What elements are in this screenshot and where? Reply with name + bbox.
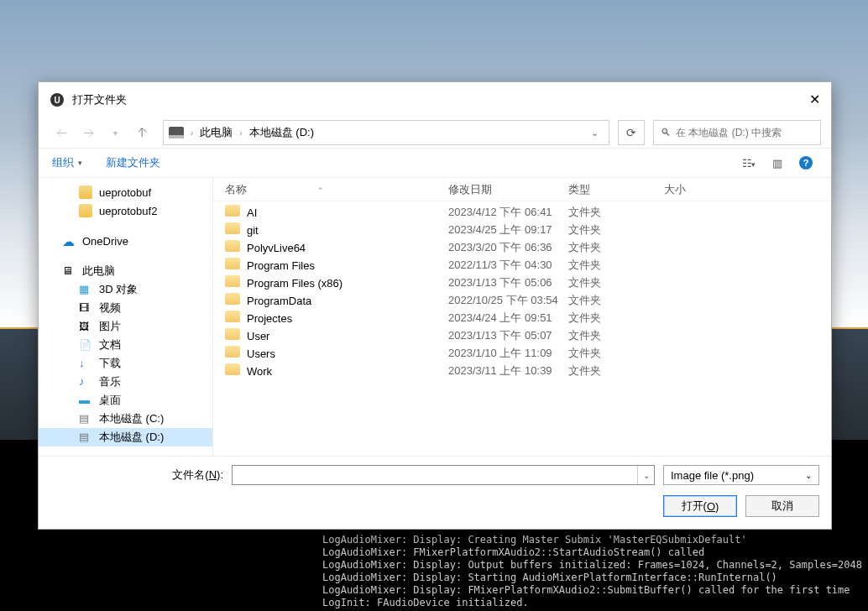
folder-icon	[225, 258, 240, 269]
folder-icon	[225, 293, 240, 305]
tree-label: 本地磁盘 (C:)	[99, 411, 164, 426]
app-icon	[50, 93, 64, 107]
col-date[interactable]: 修改日期	[448, 182, 568, 197]
tree-pictures[interactable]: 图片	[39, 317, 212, 336]
tree-label: 此电脑	[82, 264, 115, 279]
tree-drive-d[interactable]: 本地磁盘 (D:)	[39, 428, 212, 446]
tree-label: 图片	[99, 319, 121, 334]
col-name-label: 名称	[225, 183, 247, 196]
tree-desktop[interactable]: 桌面	[39, 391, 212, 410]
file-row[interactable]: Program Files (x86)2023/1/13 下午 05:06文件夹	[213, 274, 831, 291]
forward-button: 🡢	[76, 120, 101, 145]
refresh-button[interactable]: ⟳	[618, 120, 645, 145]
file-row[interactable]: Projectes2023/4/24 上午 09:51文件夹	[213, 309, 831, 326]
tree-onedrive[interactable]: OneDrive	[39, 232, 212, 250]
tree-label: ueprotobuf	[99, 186, 151, 199]
video-icon	[79, 301, 92, 315]
tree-music[interactable]: 音乐	[39, 373, 212, 391]
tree-this-pc[interactable]: 此电脑	[39, 262, 212, 280]
tree-downloads[interactable]: 下载	[39, 354, 212, 373]
file-list-panel: 名称 ⌃ 修改日期 类型 大小 AI2023/4/12 下午 06:41文件夹g…	[213, 178, 831, 456]
file-rows[interactable]: AI2023/4/12 下午 06:41文件夹git2023/4/25 上午 0…	[213, 201, 831, 456]
search-box[interactable]: 🔍︎ 在 本地磁盘 (D:) 中搜索	[653, 120, 821, 145]
filename-label: 文件名(N):	[50, 467, 223, 483]
address-dropdown-icon[interactable]: ⌄	[586, 128, 604, 138]
tree-label: ueprotobuf2	[99, 205, 157, 217]
folder-icon	[79, 204, 92, 217]
recent-dropdown[interactable]: ▾	[102, 120, 128, 145]
filename-dropdown-icon[interactable]: ⌄	[637, 466, 654, 484]
folder-icon	[225, 328, 240, 340]
breadcrumb-drive[interactable]: 本地磁盘 (D:)	[249, 125, 314, 140]
col-size[interactable]: 大小	[664, 182, 831, 197]
tree-recent-folder[interactable]: ueprotobuf	[39, 183, 212, 201]
dialog-title: 打开文件夹	[72, 92, 127, 107]
titlebar: 打开文件夹 ✕	[39, 82, 831, 118]
open-folder-dialog: 打开文件夹 ✕ 🡠 🡢 ▾ 🡡 › 此电脑 › 本地磁盘 (D:) ⌄ ⟳ 🔍︎…	[38, 81, 832, 530]
file-row[interactable]: User2023/1/13 下午 05:07文件夹	[213, 326, 831, 344]
console-output: LogAudioMixer: Display: Creating Master …	[322, 534, 868, 609]
tree-label: 桌面	[99, 393, 121, 408]
new-folder-button[interactable]: 新建文件夹	[106, 155, 160, 170]
breadcrumb-sep-icon: ›	[239, 128, 242, 138]
dialog-body: ueprotobuf ueprotobuf2 OneDrive 此电脑 3D 对…	[39, 178, 831, 456]
col-name[interactable]: 名称 ⌃	[225, 182, 448, 197]
file-row[interactable]: git2023/4/25 上午 09:17文件夹	[213, 221, 831, 238]
picture-icon	[79, 320, 92, 333]
file-row[interactable]: Work2023/3/11 上午 10:39文件夹	[213, 362, 831, 379]
file-row[interactable]: ProgramData2022/10/25 下午 03:54文件夹	[213, 291, 831, 309]
help-button[interactable]: ?	[794, 151, 818, 175]
file-row[interactable]: Users2023/1/10 上午 11:09文件夹	[213, 344, 831, 362]
search-icon: 🔍︎	[661, 127, 671, 138]
filename-combo[interactable]: ⌄	[232, 465, 655, 485]
tree-label: 3D 对象	[99, 282, 138, 297]
file-filter-dropdown[interactable]: Image file (*.png) ⌄	[663, 465, 819, 485]
tree-label: 音乐	[99, 374, 121, 389]
drive-icon	[79, 412, 92, 426]
organize-button[interactable]: 组织	[52, 155, 82, 170]
back-button: 🡠	[49, 120, 74, 145]
up-button[interactable]: 🡡	[129, 120, 154, 145]
folder-icon	[225, 363, 240, 375]
cancel-button[interactable]: 取消	[745, 495, 819, 517]
tree-videos[interactable]: 视频	[39, 299, 212, 317]
nav-row: 🡠 🡢 ▾ 🡡 › 此电脑 › 本地磁盘 (D:) ⌄ ⟳ 🔍︎ 在 本地磁盘 …	[39, 118, 831, 148]
file-row[interactable]: PolyvLive642023/3/20 下午 06:36文件夹	[213, 238, 831, 256]
tree-recent-folder[interactable]: ueprotobuf2	[39, 201, 212, 220]
col-type[interactable]: 类型	[568, 182, 664, 197]
nav-tree[interactable]: ueprotobuf ueprotobuf2 OneDrive 此电脑 3D 对…	[39, 178, 213, 456]
folder-icon	[79, 185, 92, 199]
tree-label: 下载	[99, 356, 121, 371]
folder-icon	[225, 222, 240, 234]
filename-input[interactable]	[233, 466, 637, 484]
close-button[interactable]: ✕	[797, 83, 831, 117]
folder-icon	[225, 240, 240, 252]
toolbar: 组织 新建文件夹 ☷ ▥ ?	[39, 148, 831, 178]
tree-drive-c[interactable]: 本地磁盘 (C:)	[39, 410, 212, 428]
chevron-down-icon: ⌄	[805, 471, 812, 480]
help-icon: ?	[799, 156, 813, 170]
pc-icon	[62, 264, 76, 278]
download-icon	[79, 357, 92, 370]
folder-icon	[225, 205, 240, 217]
folder-icon	[225, 346, 240, 358]
column-headers[interactable]: 名称 ⌃ 修改日期 类型 大小	[213, 178, 831, 201]
breadcrumb-pc[interactable]: 此电脑	[200, 125, 233, 140]
drive-icon	[169, 127, 184, 138]
breadcrumb-sep-icon: ›	[191, 128, 193, 138]
view-mode-button[interactable]: ☷	[737, 151, 761, 175]
file-row[interactable]: Program Files2022/11/3 下午 04:30文件夹	[213, 256, 831, 274]
tree-documents[interactable]: 文档	[39, 336, 212, 354]
document-icon	[79, 338, 92, 352]
folder-icon	[225, 311, 240, 322]
desktop-icon	[79, 394, 92, 407]
tree-label: OneDrive	[82, 235, 128, 248]
file-row[interactable]: AI2023/4/12 下午 06:41文件夹	[213, 203, 831, 221]
drive-icon	[79, 431, 92, 444]
objects3d-icon	[79, 283, 92, 296]
address-bar[interactable]: › 此电脑 › 本地磁盘 (D:) ⌄	[163, 120, 609, 145]
preview-pane-button[interactable]: ▥	[766, 151, 789, 175]
tree-label: 本地磁盘 (D:)	[99, 430, 164, 445]
open-button[interactable]: 打开(O)	[663, 495, 737, 517]
tree-3d-objects[interactable]: 3D 对象	[39, 280, 212, 299]
